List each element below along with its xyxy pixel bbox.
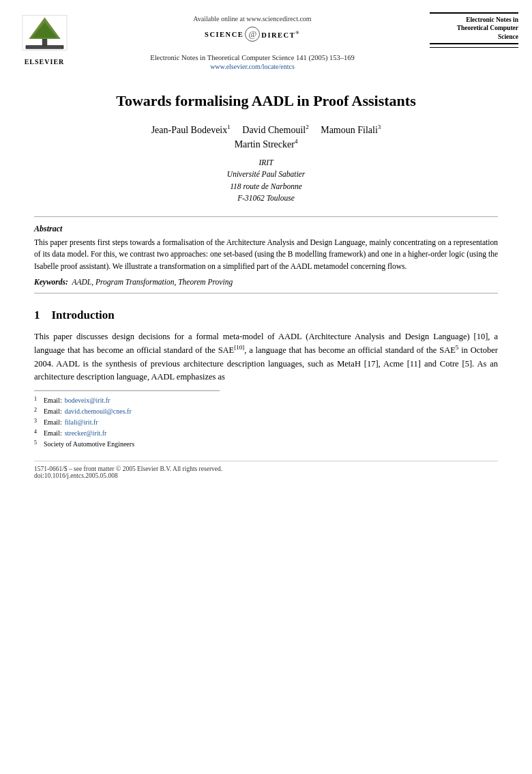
section-1-title: Introduction [52,309,115,321]
main-content: Towards formalising AADL in Proof Assist… [0,91,532,479]
footnotes: 1 Email: bodeveix@irit.fr 2 Email: david… [34,395,498,450]
footnote-4: 4 Email: strecker@irit.fr [34,428,498,439]
keywords-text: AADL, Program Transformation, Theorem Pr… [72,278,233,286]
affiliation-univ: Université Paul Sabatier [34,169,498,180]
affiliation-inst: IRIT [34,157,498,169]
fn-num-3: 3 [34,417,41,428]
fn-link-1[interactable]: bodeveix@irit.fr [65,395,110,406]
footnote-1: 1 Email: bodeveix@irit.fr [34,395,498,406]
copyright-line: 1571-0661/$ – see front matter © 2005 El… [34,465,498,472]
authors-line-1: Jean-Paul Bodeveix1 David Chemouil2 Mamo… [34,124,498,136]
sd-at-circle: @ [245,27,260,42]
header-center: Available online at www.sciencedirect.co… [82,12,423,70]
keywords-line: Keywords: AADL, Program Transformation, … [34,278,498,286]
fn-label-3: Email: [44,417,62,428]
author-4: Martin Strecker [235,139,295,149]
fn-link-3[interactable]: filali@irit.fr [65,417,98,428]
footnote-2: 2 Email: david.chemouil@cnes.fr [34,406,498,417]
section-1-body: This paper discusses design decisions fo… [34,330,498,384]
header-left: ELSEVIER [14,12,75,66]
sd-direct-text: DIRECT® [261,30,300,39]
paper-title: Towards formalising AADL in Proof Assist… [34,91,498,111]
elsevier-logo [19,12,70,57]
keywords-label: Keywords: [34,278,68,286]
fn-num-2: 2 [34,406,41,417]
sciencedirect-logo: SCIENCE @ DIRECT® [205,27,300,42]
section-1-number: 1 [34,309,40,321]
section-1-heading: 1 Introduction [34,309,498,322]
fn-link-2[interactable]: david.chemouil@cnes.fr [65,406,132,417]
abstract-text: This paper presents first steps towards … [34,237,498,272]
body-ref-sup: [10] [234,344,244,351]
header: ELSEVIER Available online at www.science… [0,0,532,70]
authors-line-2: Martin Strecker4 [34,138,498,150]
fn-label-1: Email: [44,395,62,406]
affiliation-address2: F-31062 Toulouse [34,192,498,204]
footnote-3: 3 Email: filali@irit.fr [34,417,498,428]
sd-science-text: SCIENCE [205,31,243,38]
fn-num-1: 1 [34,395,41,406]
journal-info-line: Electronic Notes in Theoretical Computer… [150,54,355,61]
author-3: Mamoun Filali [321,124,378,134]
journal-link[interactable]: www.elsevier.com/locate/entcs [210,63,295,70]
journal-name-box: Electronic Notes inTheoretical ComputerS… [430,12,518,44]
available-online-text: Available online at www.sciencedirect.co… [193,15,311,23]
authors-section: Jean-Paul Bodeveix1 David Chemouil2 Mamo… [34,124,498,150]
fn-label-2: Email: [44,406,62,417]
svg-rect-4 [25,45,63,49]
abstract-section: Abstract This paper presents first steps… [34,224,498,286]
author-2-sup: 2 [306,124,309,130]
fn-link-4[interactable]: strecker@irit.fr [65,428,107,439]
fn-label-4: Email: [44,428,62,439]
elsevier-label: ELSEVIER [25,58,65,66]
footnote-divider [34,390,220,391]
fn-text-5: Society of Automotive Engineers [44,439,134,450]
affiliation: IRIT Université Paul Sabatier 118 route … [34,157,498,204]
header-right-bottom [430,46,518,48]
page: ELSEVIER Available online at www.science… [0,0,532,774]
fn-num-4: 4 [34,428,41,439]
footnote-5: 5 Society of Automotive Engineers [34,439,498,450]
author-3-sup: 3 [378,124,381,130]
author-1: Jean-Paul Bodeveix [151,124,228,134]
author-4-sup: 4 [295,138,298,145]
body-text-part1: This paper discusses design decisions fo… [34,332,498,356]
abstract-title: Abstract [34,224,498,234]
doi-line: doi:10.1016/j.entcs.2005.05.008 [34,472,498,479]
bottom-info: 1571-0661/$ – see front matter © 2005 El… [34,461,498,479]
fn-num-5: 5 [34,439,41,450]
title-section: Towards formalising AADL in Proof Assist… [34,91,498,111]
author-1-sup: 1 [227,124,231,130]
divider-1 [34,216,498,217]
author-2: David Chemouil [242,124,306,134]
affiliation-address1: 118 route de Narbonne [34,181,498,192]
header-right: Electronic Notes inTheoretical ComputerS… [430,12,518,48]
divider-2 [34,293,498,293]
